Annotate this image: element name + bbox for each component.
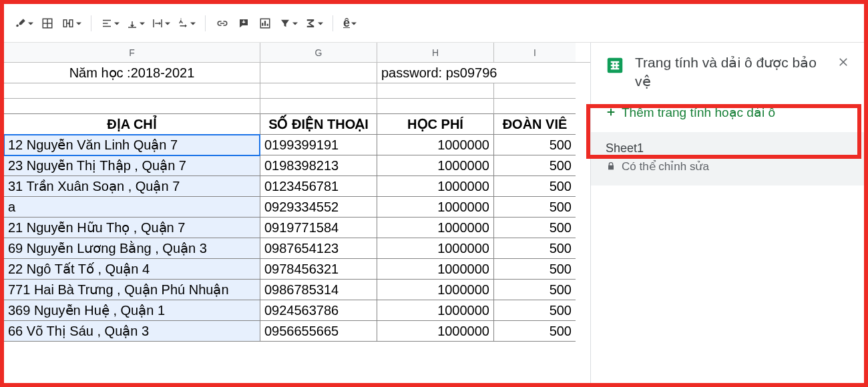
table-row[interactable]: 12 Nguyễn Văn Linh Quận 7019939919110000… bbox=[4, 135, 590, 155]
cell-member[interactable]: 500 bbox=[494, 218, 576, 238]
cell-phone[interactable]: 0978456321 bbox=[260, 259, 377, 280]
cell-address[interactable]: 66 Võ Thị Sáu , Quận 3 bbox=[4, 321, 260, 342]
cell-address[interactable]: 23 Nguyễn Thị Thập , Quận 7 bbox=[4, 155, 260, 176]
add-link-label: Thêm trang tính hoặc dải ô bbox=[622, 105, 775, 120]
sheets-app-icon bbox=[603, 53, 627, 77]
table-row[interactable]: a09293345521000000500 bbox=[4, 197, 590, 218]
input-tools-button[interactable]: ê bbox=[340, 13, 360, 33]
table-row[interactable]: 31 Trần Xuân Soạn , Quận 701234567811000… bbox=[4, 176, 590, 197]
panel-close-button[interactable] bbox=[835, 53, 852, 73]
table-row[interactable]: 771 Hai Bà Trưng , Quận Phú Nhuận0986785… bbox=[4, 280, 590, 300]
column-headers[interactable]: F G H I bbox=[4, 43, 590, 63]
header-fee[interactable]: HỌC PHÍ bbox=[377, 114, 494, 135]
cell-member[interactable]: 500 bbox=[494, 280, 576, 300]
toolbar: ê bbox=[4, 4, 864, 43]
cell-member[interactable]: 500 bbox=[494, 135, 576, 155]
table-row[interactable]: 23 Nguyễn Thị Thập , Quận 70198398213100… bbox=[4, 155, 590, 176]
cell-fee[interactable]: 1000000 bbox=[377, 238, 494, 259]
filter-button[interactable] bbox=[276, 13, 300, 33]
cell-phone[interactable]: 0987654123 bbox=[260, 238, 377, 259]
functions-button[interactable] bbox=[302, 13, 326, 33]
cell-address[interactable]: 771 Hai Bà Trưng , Quận Phú Nhuận bbox=[4, 280, 260, 300]
header-address[interactable]: ĐỊA CHỈ bbox=[4, 114, 260, 135]
text-wrap-button[interactable] bbox=[149, 13, 173, 33]
cell-fee[interactable]: 1000000 bbox=[377, 218, 494, 238]
cell-title-right[interactable]: password: ps09796 bbox=[377, 63, 576, 83]
borders-button[interactable] bbox=[37, 13, 57, 33]
text-rotation-button[interactable] bbox=[174, 13, 198, 33]
cell-fee[interactable]: 1000000 bbox=[377, 259, 494, 280]
cell-member[interactable]: 500 bbox=[494, 197, 576, 218]
table-row[interactable]: 21 Nguyễn Hữu Thọ , Quận 709197715841000… bbox=[4, 218, 590, 238]
cell-fee[interactable]: 1000000 bbox=[377, 321, 494, 342]
table-row[interactable]: 66 Võ Thị Sáu , Quận 3095665566510000005… bbox=[4, 321, 590, 342]
panel-title: Trang tính và dải ô được bảo vệ bbox=[635, 53, 827, 91]
cell-phone[interactable]: 0956655665 bbox=[260, 321, 377, 342]
cell-phone[interactable]: 0198398213 bbox=[260, 155, 377, 176]
plus-icon bbox=[606, 107, 616, 117]
cell-address[interactable]: a bbox=[4, 197, 260, 218]
cell-address[interactable]: 369 Nguyễn Huệ , Quận 1 bbox=[4, 300, 260, 321]
add-protected-range-link[interactable]: Thêm trang tính hoặc dải ô bbox=[591, 99, 864, 132]
protect-sheets-panel: Trang tính và dải ô được bảo vệ Thêm tra… bbox=[590, 43, 864, 383]
cell-fee[interactable]: 1000000 bbox=[377, 155, 494, 176]
cell-fee[interactable]: 1000000 bbox=[377, 197, 494, 218]
cell-member[interactable]: 500 bbox=[494, 300, 576, 321]
cell-phone[interactable]: 0123456781 bbox=[260, 176, 377, 197]
cell-address[interactable]: 22 Ngô Tất Tố , Quận 4 bbox=[4, 259, 260, 280]
spreadsheet-grid[interactable]: F G H I Năm học :2018-2021 password: ps0… bbox=[4, 43, 590, 383]
insert-chart-button[interactable] bbox=[255, 13, 275, 33]
cell-phone[interactable]: 0924563786 bbox=[260, 300, 377, 321]
cell-phone[interactable]: 0199399191 bbox=[260, 135, 377, 155]
cell-phone[interactable]: 0929334552 bbox=[260, 197, 377, 218]
cell-fee[interactable]: 1000000 bbox=[377, 135, 494, 155]
col-header-I[interactable]: I bbox=[494, 43, 576, 62]
cell-member[interactable]: 500 bbox=[494, 176, 576, 197]
cell-address[interactable]: 69 Nguyễn Lương Bằng , Quận 3 bbox=[4, 238, 260, 259]
cell-fee[interactable]: 1000000 bbox=[377, 280, 494, 300]
cell-address[interactable]: 21 Nguyễn Hữu Thọ , Quận 7 bbox=[4, 218, 260, 238]
cell-empty[interactable] bbox=[260, 63, 377, 83]
cell-address[interactable]: 12 Nguyễn Văn Linh Quận 7 bbox=[4, 135, 260, 155]
lock-icon bbox=[606, 161, 616, 171]
cell-member[interactable]: 500 bbox=[494, 155, 576, 176]
cell-member[interactable]: 500 bbox=[494, 321, 576, 342]
table-row[interactable]: 69 Nguyễn Lương Bằng , Quận 309876541231… bbox=[4, 238, 590, 259]
merge-cells-button[interactable] bbox=[59, 13, 84, 33]
header-phone[interactable]: SỐ ĐIỆN THOẠI bbox=[260, 114, 377, 135]
table-row[interactable]: 369 Nguyễn Huệ , Quận 109245637861000000… bbox=[4, 300, 590, 321]
table-row[interactable]: 22 Ngô Tất Tố , Quận 4097845632110000005… bbox=[4, 259, 590, 280]
insert-link-button[interactable] bbox=[212, 13, 232, 33]
protected-range-card[interactable]: Sheet1 Có thể chỉnh sửa bbox=[591, 132, 864, 185]
cell-member[interactable]: 500 bbox=[494, 259, 576, 280]
cell-title-left[interactable]: Năm học :2018-2021 bbox=[4, 63, 260, 83]
cell-fee[interactable]: 1000000 bbox=[377, 300, 494, 321]
vertical-align-button[interactable] bbox=[124, 13, 148, 33]
cell-phone[interactable]: 0986785314 bbox=[260, 280, 377, 300]
horizontal-align-button[interactable] bbox=[98, 13, 122, 33]
header-member[interactable]: ĐOÀN VIÊ bbox=[494, 114, 576, 135]
col-header-F[interactable]: F bbox=[4, 43, 260, 62]
paint-format-button[interactable] bbox=[12, 13, 36, 33]
protected-range-sub: Có thể chỉnh sửa bbox=[622, 159, 709, 173]
insert-comment-button[interactable] bbox=[234, 13, 254, 33]
protected-range-name: Sheet1 bbox=[606, 141, 849, 155]
cell-address[interactable]: 31 Trần Xuân Soạn , Quận 7 bbox=[4, 176, 260, 197]
cell-fee[interactable]: 1000000 bbox=[377, 176, 494, 197]
cell-phone[interactable]: 0919771584 bbox=[260, 218, 377, 238]
col-header-G[interactable]: G bbox=[260, 43, 377, 62]
col-header-H[interactable]: H bbox=[377, 43, 494, 62]
cell-member[interactable]: 500 bbox=[494, 238, 576, 259]
